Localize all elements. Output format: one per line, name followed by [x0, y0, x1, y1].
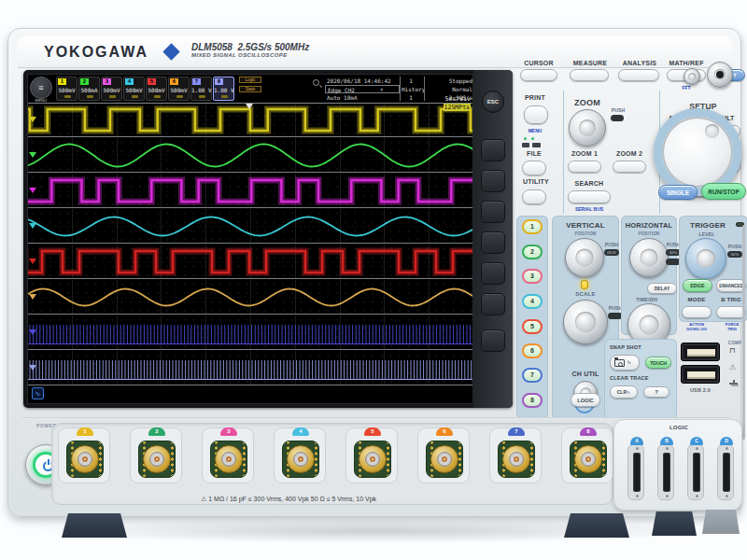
- zoom-push-led: [611, 115, 624, 121]
- trigger-label: TRIGGER: [679, 221, 737, 230]
- bnc-channel-tab: 2: [148, 427, 165, 436]
- soft-key-3[interactable]: [481, 201, 505, 223]
- utility-button[interactable]: [522, 189, 546, 204]
- edge-button[interactable]: EDGE: [683, 279, 712, 292]
- soft-key-7[interactable]: [481, 329, 505, 352]
- wave-icon: ∿: [627, 358, 631, 365]
- cursor-label: CURSOR: [518, 60, 559, 66]
- soft-key-4[interactable]: [481, 231, 505, 254]
- channel-number: 5: [148, 78, 156, 85]
- vertical-position-label: POSITION: [554, 231, 617, 236]
- channel-4-button[interactable]: 4: [522, 294, 543, 309]
- channel-value: 500mV: [102, 87, 121, 93]
- bnc-connector: [143, 445, 171, 473]
- zoom2-button[interactable]: [613, 161, 646, 173]
- channel-box-3[interactable]: 3500mV: [101, 77, 122, 101]
- channel-7-button[interactable]: 7: [522, 368, 543, 383]
- channel-position-marker: [29, 365, 36, 371]
- touch-pointer-icon[interactable]: ∿: [32, 387, 44, 399]
- channel-number: 6: [170, 78, 178, 85]
- waveform-band-ch2: [28, 138, 473, 173]
- soft-key-5[interactable]: [481, 262, 505, 285]
- bnc-connector: [574, 445, 602, 473]
- cursor-button[interactable]: [520, 69, 557, 81]
- file-button[interactable]: [522, 161, 546, 175]
- camera-icon: [614, 359, 625, 367]
- adjust-screw[interactable]: [684, 68, 700, 85]
- warning-icon: ⚠: [201, 496, 206, 502]
- screen-display: ≡ MENU 1500mV 2500mA 3500mV 4500mV 5500m…: [27, 74, 473, 404]
- channel-box-5[interactable]: 5500mV: [146, 77, 167, 101]
- measure-button[interactable]: [570, 69, 609, 81]
- soft-key-6[interactable]: [481, 293, 505, 315]
- menu-button[interactable]: ≡: [30, 77, 52, 99]
- channel-box-2[interactable]: 2500mA: [78, 77, 100, 101]
- trigger-level-knob[interactable]: [685, 238, 726, 279]
- channel-value: 1.00 V: [214, 87, 233, 93]
- channel-value: 500mV: [169, 87, 189, 93]
- channel-8-button[interactable]: 8: [522, 393, 543, 408]
- horizontal-label: HORIZONTAL: [615, 221, 683, 230]
- logic-pod-label: LOGIC: [614, 425, 743, 430]
- clear-trace-button[interactable]: CLR∿: [610, 385, 638, 399]
- zoom-knob[interactable]: [569, 109, 606, 147]
- channel-position-marker: [29, 117, 36, 122]
- trigger-level-label: LEVEL: [679, 231, 735, 237]
- waveform-trace: [28, 245, 473, 279]
- state-badge[interactable]: State: [239, 86, 261, 92]
- soft-key-1[interactable]: [481, 139, 505, 161]
- zoom-indicator-icon: [313, 79, 319, 86]
- horizontal-position-label: POSITION: [617, 231, 681, 236]
- serial-bus-label: SERIAL BUS: [565, 206, 613, 212]
- channel-2-button[interactable]: 2: [522, 245, 543, 259]
- single-button[interactable]: SINGLE: [658, 185, 698, 200]
- file-label: FILE: [520, 150, 548, 157]
- mode-label: MODE: [681, 297, 712, 302]
- history-label: History: [402, 86, 425, 92]
- coupling-icon: [87, 95, 93, 98]
- mode-button[interactable]: [682, 306, 712, 318]
- vertical-label: VERTICAL: [554, 221, 617, 230]
- channel-number: 8: [215, 78, 223, 85]
- waveform-trace: [28, 209, 473, 244]
- channel-box-6[interactable]: 6500mV: [168, 77, 190, 101]
- search-button[interactable]: [568, 190, 611, 203]
- delay-button[interactable]: DELAY: [647, 283, 677, 294]
- channel-5-button[interactable]: 5: [522, 319, 543, 334]
- channel-value: 1.00 V: [191, 87, 211, 93]
- analysis-button[interactable]: [618, 69, 659, 81]
- vertical-scale-knob[interactable]: [563, 300, 608, 344]
- touch-button[interactable]: TOUCH: [645, 357, 671, 369]
- vertical-position-knob[interactable]: [565, 238, 604, 277]
- channel-box-8[interactable]: 81.00 V: [213, 77, 234, 101]
- waveform-trace: [28, 351, 473, 385]
- snap-shot-button[interactable]: ∿: [610, 355, 640, 371]
- bnc-connector: [215, 445, 243, 473]
- logic-port-tab: C: [690, 437, 703, 445]
- zoom1-button[interactable]: [568, 161, 601, 173]
- channel-box-4[interactable]: 4500mV: [123, 77, 145, 101]
- channel-position-marker: [29, 188, 36, 193]
- channel-6-button[interactable]: 6: [522, 343, 543, 358]
- channel-box-7[interactable]: 71.00 V: [190, 77, 212, 101]
- channel-value: 500mV: [124, 87, 144, 93]
- vertical-scale-label: SCALE: [554, 291, 617, 297]
- channel-value: 500mA: [79, 87, 99, 93]
- run-stop-button[interactable]: RUN/STOP: [701, 183, 746, 200]
- soft-key-2[interactable]: [481, 170, 505, 192]
- print-label: PRINT: [520, 94, 550, 101]
- esc-button[interactable]: ESC: [482, 91, 504, 113]
- zoom-push-label: PUSH: [608, 107, 628, 113]
- channel-number: 2: [80, 78, 89, 85]
- logic-badge[interactable]: Logic: [239, 77, 261, 83]
- channel-box-1[interactable]: 1500mV: [56, 77, 78, 101]
- ground-icon: [729, 380, 738, 387]
- logic-button[interactable]: LOGIC: [571, 393, 600, 407]
- channel-3-button[interactable]: 3: [522, 269, 543, 284]
- channel-1-button[interactable]: 1: [522, 219, 543, 234]
- utility-label: UTILITY: [520, 178, 552, 185]
- channel-position-marker: [29, 329, 36, 335]
- horizontal-position-knob[interactable]: [629, 238, 669, 277]
- print-button[interactable]: [524, 105, 548, 124]
- help-button[interactable]: ?: [643, 386, 669, 398]
